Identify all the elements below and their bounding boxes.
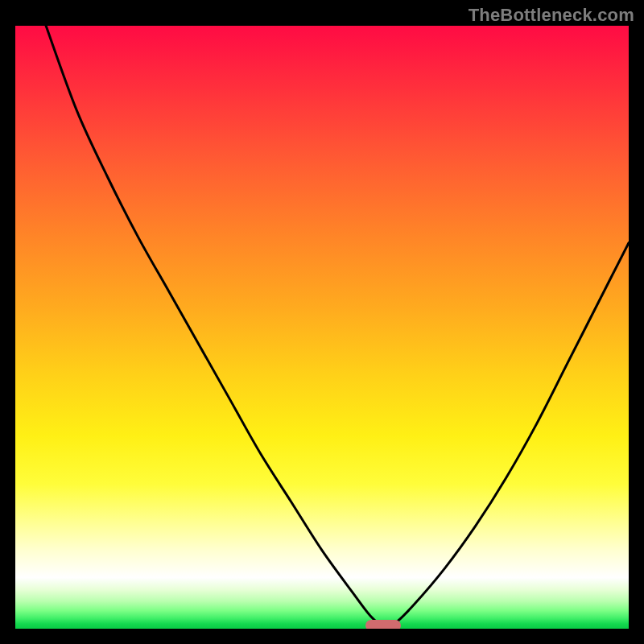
watermark-text: TheBottleneck.com (469, 5, 634, 26)
bottleneck-curve (46, 26, 629, 626)
optimal-marker (365, 620, 401, 629)
chart-frame: TheBottleneck.com (0, 0, 644, 644)
plot-area (15, 26, 629, 629)
curve-svg (15, 26, 629, 629)
